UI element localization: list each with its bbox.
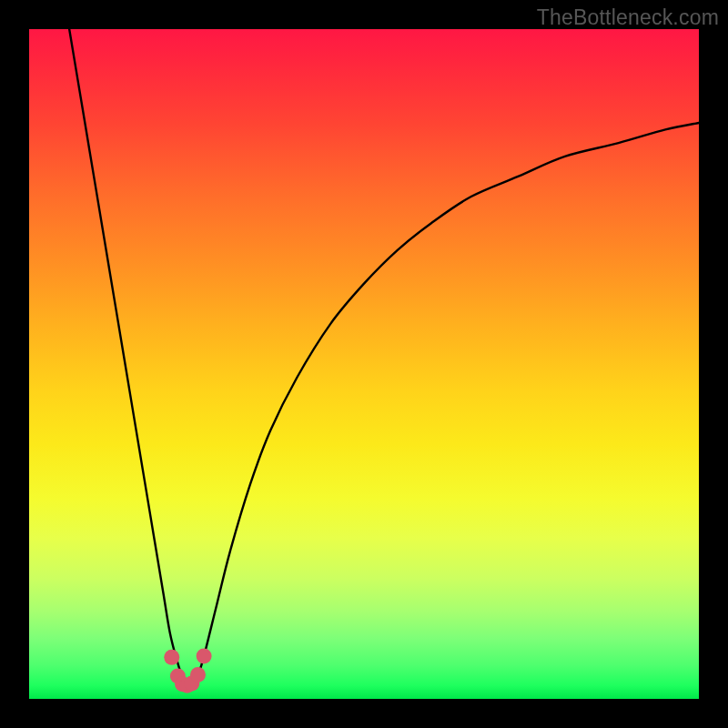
dip-marker-group: [164, 648, 211, 693]
dip-marker: [190, 667, 206, 682]
dip-marker: [197, 648, 212, 663]
chart-frame: TheBottleneck.com: [0, 0, 728, 728]
dip-marker: [164, 650, 179, 665]
curve-svg: [29, 29, 699, 699]
plot-area: [29, 29, 699, 699]
bottleneck-curve-path: [69, 29, 699, 685]
watermark-text: TheBottleneck.com: [537, 5, 719, 30]
